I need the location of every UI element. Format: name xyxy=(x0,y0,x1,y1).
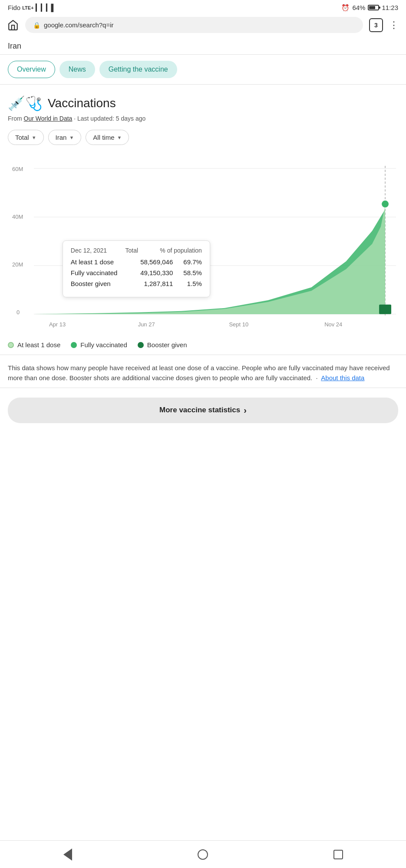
back-icon xyxy=(63,848,72,861)
tooltip-label-fully: Fully vaccinated xyxy=(71,269,122,276)
url-bar[interactable]: 🔒 google.com/search?q=ir xyxy=(25,17,363,33)
vax-header: 💉🩺 Vaccinations xyxy=(8,95,398,112)
home-nav-icon xyxy=(198,849,208,860)
svg-text:Nov 24: Nov 24 xyxy=(324,321,342,328)
search-title: Iran xyxy=(0,37,406,55)
tooltip-col1: Total xyxy=(125,247,138,254)
svg-text:Sept 10: Sept 10 xyxy=(229,321,248,328)
about-link[interactable]: About this data xyxy=(321,374,364,381)
chevron-down-icon: ▼ xyxy=(69,135,74,140)
status-carrier: Fido LTE+ ▎▎▎▌ xyxy=(8,3,56,12)
svg-text:60M: 60M xyxy=(12,166,23,172)
description: This data shows how many people have rec… xyxy=(0,355,406,388)
signal-bars: ▎▎▎▌ xyxy=(36,3,56,12)
nav-tabs: Overview News Getting the vaccine xyxy=(0,55,406,85)
chart-container[interactable]: 60M 40M 20M 0 Apr 13 Jun 27 Sept 10 Nov xyxy=(8,153,398,335)
legend-dot-dose1 xyxy=(8,342,14,348)
tooltip-pct-booster: 1.5% xyxy=(180,280,202,287)
tooltip-date: Dec 12, 2021 xyxy=(71,247,107,254)
vaccine-icon: 💉🩺 xyxy=(8,95,43,112)
tooltip-pct-fully: 58.5% xyxy=(180,269,202,276)
vax-source: From Our World in Data · Last updated: 5… xyxy=(8,115,398,122)
legend-dot-fully xyxy=(71,342,77,348)
svg-text:40M: 40M xyxy=(12,214,23,220)
tooltip-label-booster: Booster given xyxy=(71,280,122,287)
alarm-icon: ⏰ xyxy=(341,4,350,12)
vax-title: Vaccinations xyxy=(48,96,116,110)
source-link[interactable]: Our World in Data xyxy=(24,115,73,122)
recents-icon xyxy=(333,850,343,859)
tooltip-value-booster: 1,287,811 xyxy=(129,280,173,287)
svg-text:Jun 27: Jun 27 xyxy=(138,321,155,328)
svg-text:20M: 20M xyxy=(12,261,23,268)
browser-bar: 🔒 google.com/search?q=ir 3 ⋮ xyxy=(0,13,406,37)
legend-label-booster: Booster given xyxy=(147,341,187,349)
status-bar: Fido LTE+ ▎▎▎▌ ⏰ 64% 11:23 xyxy=(0,0,406,13)
recents-button[interactable] xyxy=(329,845,348,864)
signal-type: LTE+ xyxy=(22,5,33,10)
home-icon[interactable] xyxy=(7,19,19,31)
home-button[interactable] xyxy=(193,845,212,864)
tooltip-row-dose1: At least 1 dose 58,569,046 69.7% xyxy=(71,258,202,266)
battery-icon xyxy=(368,5,379,10)
svg-rect-9 xyxy=(379,305,391,314)
tab-news[interactable]: News xyxy=(59,61,95,78)
vaccinations-section: 💉🩺 Vaccinations From Our World in Data ·… xyxy=(0,85,406,335)
chart-tooltip: Dec 12, 2021 Total % of population At le… xyxy=(63,240,210,297)
svg-text:Apr 13: Apr 13 xyxy=(49,321,66,328)
filter-total[interactable]: Total ▼ xyxy=(8,130,44,145)
back-button[interactable] xyxy=(58,845,77,864)
legend-dot-booster xyxy=(138,342,144,348)
tooltip-value-fully: 49,150,330 xyxy=(129,269,173,276)
more-menu-icon[interactable]: ⋮ xyxy=(389,20,399,31)
filter-alltime[interactable]: All time ▼ xyxy=(86,130,129,145)
tooltip-row-fully: Fully vaccinated 49,150,330 58.5% xyxy=(71,269,202,276)
url-text: google.com/search?q=ir xyxy=(44,21,114,29)
lock-icon: 🔒 xyxy=(33,22,40,29)
legend-dose1: At least 1 dose xyxy=(8,341,60,349)
legend-fully: Fully vaccinated xyxy=(71,341,127,349)
tooltip-pct-dose1: 69.7% xyxy=(180,258,202,266)
tooltip-row-booster: Booster given 1,287,811 1.5% xyxy=(71,280,202,287)
tab-badge[interactable]: 3 xyxy=(369,18,383,32)
chart-legend: At least 1 dose Fully vaccinated Booster… xyxy=(0,335,406,355)
last-updated: Last updated: 5 days ago xyxy=(77,115,145,122)
tab-overview[interactable]: Overview xyxy=(8,61,55,78)
time-label: 11:23 xyxy=(382,4,398,11)
filter-iran[interactable]: Iran ▼ xyxy=(48,130,82,145)
chevron-down-icon: ▼ xyxy=(117,135,122,140)
tooltip-col2: % of population xyxy=(160,247,202,254)
svg-point-10 xyxy=(382,201,389,207)
battery-pct: 64% xyxy=(352,4,365,11)
more-vaccine-stats-button[interactable]: More vaccine statistics › xyxy=(8,398,398,423)
carrier-label: Fido xyxy=(8,4,20,11)
svg-text:0: 0 xyxy=(17,309,20,316)
chevron-down-icon: ▼ xyxy=(32,135,36,140)
tooltip-label-dose1: At least 1 dose xyxy=(71,258,122,266)
status-right: ⏰ 64% 11:23 xyxy=(341,4,398,12)
tooltip-value-dose1: 58,569,046 xyxy=(129,258,173,266)
bottom-nav xyxy=(0,840,406,868)
more-btn-wrap: More vaccine statistics › xyxy=(0,388,406,433)
tab-vaccine[interactable]: Getting the vaccine xyxy=(99,61,177,78)
filter-row: Total ▼ Iran ▼ All time ▼ xyxy=(8,130,398,145)
legend-label-fully: Fully vaccinated xyxy=(80,341,127,349)
legend-label-dose1: At least 1 dose xyxy=(17,341,60,349)
legend-booster: Booster given xyxy=(138,341,187,349)
tooltip-header: Dec 12, 2021 Total % of population xyxy=(71,247,202,254)
